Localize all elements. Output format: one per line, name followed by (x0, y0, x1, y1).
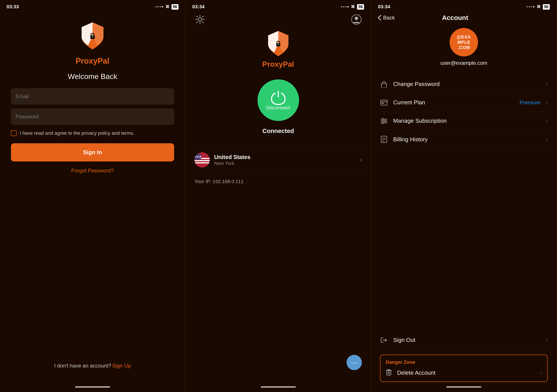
back-label: Back (383, 15, 395, 21)
signal-dots-3 (527, 6, 534, 8)
settings-icon[interactable] (195, 14, 205, 25)
card-icon (380, 100, 388, 106)
status-bar-3: 03:34 ⌘ 96 (371, 0, 556, 12)
chat-fab-button[interactable]: ⋯ (346, 355, 362, 370)
sliders-icon (380, 118, 388, 124)
wifi-icon-1: ⌘ (165, 4, 169, 9)
current-plan-item[interactable]: Current Plan Premium › (380, 93, 548, 112)
svg-point-23 (382, 118, 384, 120)
manage-subscription-item[interactable]: Manage Subscription › (380, 112, 548, 130)
svg-point-2 (198, 18, 202, 21)
status-bar-2: 03:34 ⌘ 96 (186, 0, 371, 12)
server-row[interactable]: ★★★ ★ ★ ★ ★ United States New York › (195, 148, 362, 172)
svg-rect-19 (382, 103, 384, 104)
account-screen: 03:34 ⌘ 96 Back Account @EXAMPLE.COM (371, 0, 557, 392)
account-header: Back Account (371, 12, 556, 24)
home-indicator-1 (75, 386, 110, 388)
lock-icon (380, 81, 388, 88)
receipt-icon (380, 136, 388, 143)
forgot-password-link[interactable]: Forgot Password? (71, 168, 114, 174)
bottom-area: I don't have an account? Sign Up (54, 363, 131, 377)
delete-account-chevron: › (540, 370, 542, 376)
terms-checkbox[interactable] (11, 130, 17, 136)
danger-zone: Danger Zone Delete Account › (380, 355, 548, 382)
user-avatar-section: @EXAMPLE.COM user@example.com (380, 28, 548, 66)
login-screen: 03:33 ⌘ 96 (0, 0, 186, 392)
svg-point-25 (382, 122, 384, 124)
delete-account-label: Delete Account (397, 369, 535, 376)
terms-row: I have read and agree to the privacy pol… (11, 130, 174, 137)
server-country: United States (214, 154, 356, 161)
battery-2: 96 (357, 4, 364, 10)
home-indicator-2 (261, 386, 296, 388)
time-3: 03:34 (378, 4, 390, 10)
status-right-1: ⌘ 96 (155, 4, 179, 10)
connected-text: Connected (262, 128, 294, 135)
app-name-1: ProxyPal (76, 57, 109, 66)
sign-in-button[interactable]: Sign In (11, 143, 174, 162)
sign-up-link[interactable]: Sign Up (112, 363, 131, 369)
battery-3: 96 (543, 4, 550, 10)
wifi-icon-2: ⌘ (351, 4, 355, 9)
no-account-text: I don't have an account? (54, 363, 111, 369)
billing-history-item[interactable]: Billing History › (380, 130, 548, 149)
power-icon (271, 90, 286, 105)
current-plan-chevron: › (546, 99, 548, 106)
current-plan-value: Premium (520, 99, 541, 106)
sign-out-item[interactable]: Sign Out › (380, 332, 548, 348)
time-1: 03:33 (7, 4, 19, 10)
password-input[interactable] (11, 108, 174, 125)
chat-icon: ⋯ (351, 359, 358, 366)
status-right-2: ⌘ 96 (341, 4, 364, 10)
change-password-chevron: › (546, 81, 548, 87)
shield-logo-2 (264, 29, 293, 58)
account-content: @EXAMPLE.COM user@example.com Change Pas… (371, 24, 556, 386)
profile-icon[interactable] (351, 14, 362, 25)
server-info: United States New York (214, 154, 356, 166)
change-password-label: Change Password (393, 81, 541, 88)
status-right-3: ⌘ 96 (527, 4, 550, 10)
time-2: 03:34 (192, 4, 205, 10)
svg-point-24 (385, 120, 386, 122)
signal-dots-1 (155, 6, 163, 8)
connected-screen: 03:34 ⌘ 96 (186, 0, 371, 392)
svg-point-1 (92, 36, 93, 37)
email-input[interactable] (11, 88, 174, 105)
manage-subscription-chevron: › (546, 118, 548, 124)
current-plan-label: Current Plan (393, 99, 514, 106)
trash-icon (386, 369, 392, 377)
welcome-text: Welcome Back (68, 72, 117, 81)
manage-subscription-label: Manage Subscription (393, 117, 541, 124)
user-avatar: @EXAMPLE.COM (450, 28, 478, 57)
svg-rect-17 (381, 100, 387, 105)
avatar-text: @EXAMPLE.COM (456, 33, 472, 51)
change-password-item[interactable]: Change Password › (380, 75, 548, 93)
sign-out-icon (380, 337, 388, 343)
status-bar-1: 03:33 ⌘ 96 (0, 0, 185, 12)
svg-text:★ ★ ★ ★: ★ ★ ★ ★ (195, 155, 201, 157)
disconnect-label: Disconnect (266, 105, 290, 111)
terms-label: I have read and agree to the privacy pol… (20, 130, 135, 137)
account-title: Account (442, 14, 468, 21)
server-chevron: › (360, 157, 362, 163)
svg-rect-10 (195, 160, 210, 161)
user-email: user@example.com (440, 60, 487, 66)
wifi-icon-3: ⌘ (537, 4, 541, 9)
flag-circle: ★★★ ★ ★ ★ ★ (195, 152, 210, 168)
home-indicator-3 (446, 386, 481, 388)
battery-1: 96 (172, 4, 179, 10)
disconnect-button[interactable]: Disconnect (257, 79, 299, 121)
back-button[interactable]: Back (378, 15, 395, 21)
billing-history-chevron: › (546, 136, 548, 142)
svg-rect-11 (195, 162, 210, 163)
sign-out-chevron: › (546, 337, 548, 343)
login-content: ProxyPal Welcome Back I have read and ag… (0, 12, 185, 386)
server-city: New York (214, 161, 356, 166)
shield-logo (77, 21, 108, 51)
delete-account-item[interactable]: Delete Account › (386, 369, 542, 377)
spacer (380, 149, 548, 332)
screen2-header (186, 12, 371, 27)
danger-zone-title: Danger Zone (386, 359, 542, 365)
app-name-2: ProxyPal (262, 60, 294, 68)
ip-text: Your IP: 192.168.0.111 (195, 177, 362, 187)
